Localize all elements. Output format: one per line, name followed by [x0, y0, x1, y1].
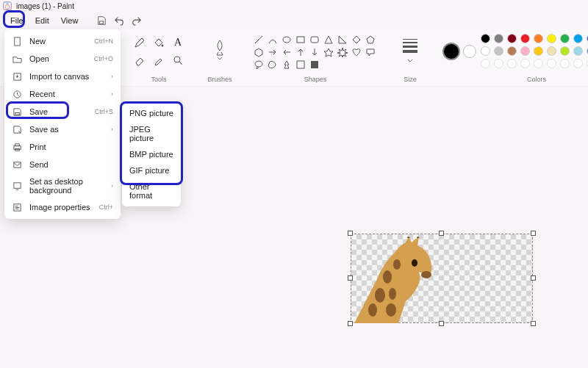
- picker-tool[interactable]: [150, 51, 168, 69]
- menu-file[interactable]: File: [4, 14, 29, 27]
- window-title: images (1) - Paint: [16, 2, 74, 10]
- resize-handle[interactable]: [348, 321, 353, 326]
- color-swatch-empty[interactable]: [520, 59, 530, 68]
- titlebar: images (1) - Paint: [0, 0, 588, 12]
- svg-rect-36: [13, 182, 20, 187]
- resize-handle[interactable]: [531, 321, 536, 326]
- svg-point-22: [383, 270, 392, 284]
- svg-rect-2: [7, 3, 9, 4]
- svg-point-25: [389, 288, 396, 300]
- size-label: Size: [404, 76, 417, 83]
- selected-image[interactable]: [351, 234, 533, 323]
- ribbon-group-tools: A Tools: [126, 32, 191, 86]
- resize-handle[interactable]: [531, 231, 536, 236]
- brushes-dropdown[interactable]: [207, 34, 232, 65]
- svg-marker-15: [324, 48, 333, 57]
- color-swatch-empty[interactable]: [507, 59, 517, 68]
- color-2[interactable]: [463, 45, 476, 58]
- color-swatch[interactable]: [494, 46, 503, 56]
- tools-label: Tools: [151, 76, 166, 83]
- svg-rect-28: [14, 37, 19, 45]
- resize-handle[interactable]: [439, 231, 444, 236]
- color-swatch[interactable]: [494, 34, 503, 43]
- file-menu-print[interactable]: Print: [4, 138, 121, 156]
- file-menu-open[interactable]: OpenCtrl+O: [4, 50, 121, 68]
- ribbon-group-size: Size: [394, 32, 426, 86]
- color-swatch-empty[interactable]: [494, 59, 503, 68]
- shape-fill-dropdown[interactable]: [309, 59, 320, 71]
- svg-rect-9: [311, 37, 318, 43]
- color-swatch[interactable]: [481, 34, 490, 43]
- file-dropdown-menu: NewCtrl+NOpenCtrl+OImport to canvas›Rece…: [4, 29, 121, 219]
- saveas-other-format[interactable]: Other format: [122, 178, 181, 203]
- color-swatch[interactable]: [507, 34, 517, 43]
- color-palette[interactable]: [481, 34, 588, 69]
- color-swatch[interactable]: [573, 46, 583, 56]
- resize-handle[interactable]: [348, 231, 353, 236]
- color-swatch-empty[interactable]: [481, 59, 490, 68]
- file-menu-set-as-desktop-background[interactable]: Set as desktop background›: [4, 173, 121, 198]
- color-swatch[interactable]: [547, 46, 556, 56]
- save-quick-button[interactable]: [95, 14, 108, 27]
- color-1[interactable]: [442, 43, 460, 60]
- svg-point-27: [368, 303, 377, 317]
- file-menu-image-properties[interactable]: Image propertiesCtrl+: [4, 198, 121, 216]
- ribbon-group-colors: Colors: [438, 32, 588, 86]
- resize-handle[interactable]: [439, 321, 444, 326]
- svg-rect-18: [297, 61, 304, 68]
- undo-button[interactable]: [112, 14, 126, 27]
- color-swatch-empty[interactable]: [534, 59, 543, 68]
- file-menu-import-to-canvas[interactable]: Import to canvas›: [4, 68, 121, 85]
- svg-point-26: [386, 303, 396, 317]
- file-menu-send[interactable]: Send: [4, 156, 121, 173]
- svg-point-21: [421, 271, 431, 278]
- print-icon: [12, 142, 22, 152]
- chevron-down-icon: [407, 59, 413, 62]
- svg-rect-19: [311, 61, 318, 68]
- text-tool[interactable]: A: [169, 34, 187, 51]
- shape-outline-dropdown[interactable]: [295, 59, 306, 71]
- color-swatch[interactable]: [573, 34, 583, 43]
- eraser-tool[interactable]: [131, 51, 148, 69]
- color-swatch[interactable]: [560, 34, 570, 43]
- svg-marker-14: [255, 48, 262, 57]
- color-swatch[interactable]: [481, 46, 490, 56]
- pencil-tool[interactable]: [131, 34, 148, 51]
- color-swatch[interactable]: [507, 46, 517, 56]
- resize-handle[interactable]: [531, 275, 536, 281]
- color-swatch[interactable]: [520, 46, 530, 56]
- color-swatch[interactable]: [520, 34, 530, 43]
- menu-edit[interactable]: Edit: [29, 14, 55, 27]
- file-menu-recent[interactable]: Recent›: [4, 85, 121, 103]
- svg-line-6: [255, 36, 262, 43]
- ribbon-group-shapes: Shapes: [248, 32, 382, 86]
- color-swatch[interactable]: [534, 34, 543, 43]
- ribbon-group-brushes: Brushes: [203, 32, 237, 86]
- svg-point-24: [375, 288, 385, 303]
- saveas-png-picture[interactable]: PNG picture: [122, 105, 181, 121]
- color-swatch[interactable]: [547, 34, 556, 43]
- chevron-down-icon: [217, 57, 223, 60]
- resize-handle[interactable]: [348, 275, 353, 281]
- saveas-jpeg-picture[interactable]: JPEG picture: [122, 121, 181, 146]
- fill-tool[interactable]: [150, 34, 168, 51]
- color-swatch-empty[interactable]: [547, 59, 556, 68]
- size-dropdown[interactable]: [398, 34, 422, 65]
- color-swatch[interactable]: [534, 46, 543, 56]
- file-menu-save[interactable]: SaveCtrl+S: [4, 103, 121, 120]
- file-menu-save-as[interactable]: Save as›: [4, 120, 121, 138]
- menu-view[interactable]: View: [55, 14, 85, 27]
- chevron-right-icon: ›: [111, 182, 113, 190]
- svg-marker-13: [367, 36, 374, 43]
- saveas-bmp-picture[interactable]: BMP picture: [122, 146, 181, 162]
- redo-button[interactable]: [130, 14, 143, 27]
- shapes-palette[interactable]: [253, 34, 378, 71]
- color-swatch-empty[interactable]: [560, 59, 570, 68]
- color-swatch[interactable]: [560, 46, 570, 56]
- magnifier-tool[interactable]: [169, 51, 187, 69]
- file-menu-new[interactable]: NewCtrl+N: [4, 32, 121, 50]
- color-swatch-empty[interactable]: [573, 59, 583, 68]
- svg-point-17: [255, 61, 262, 67]
- saveas-gif-picture[interactable]: GIF picture: [122, 162, 181, 178]
- save-icon: [12, 107, 22, 117]
